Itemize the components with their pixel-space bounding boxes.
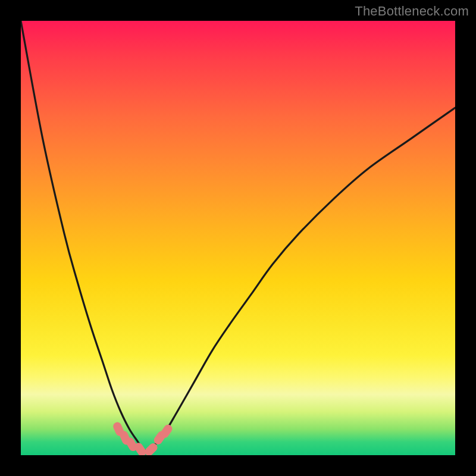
chart-frame: TheBottleneck.com [0, 0, 476, 476]
plot-area [21, 21, 455, 455]
bottleneck-chart-svg [21, 21, 455, 455]
bottleneck-curve-line [21, 21, 455, 451]
bottleneck-markers [112, 421, 174, 455]
watermark-text: TheBottleneck.com [355, 4, 469, 19]
